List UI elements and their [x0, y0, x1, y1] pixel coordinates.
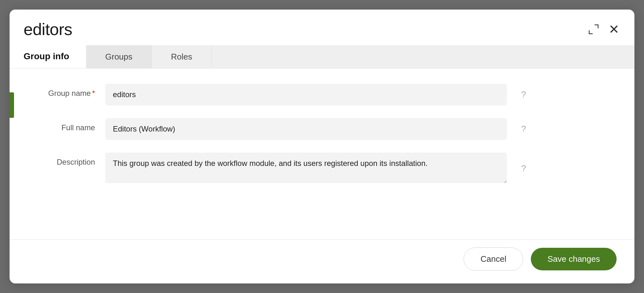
required-star: *	[92, 89, 95, 97]
full-name-input[interactable]	[105, 118, 507, 140]
form-group-group-name: Group name* ?	[35, 84, 609, 105]
modal-overlay: editors ✕ Group info Groups Roles	[6, 6, 638, 287]
modal-body: Group name* ? Full name ? Description	[10, 68, 634, 239]
modal-title: editors	[24, 20, 72, 39]
full-name-label: Full name	[35, 118, 105, 132]
modal-header: editors ✕	[10, 10, 634, 45]
description-textarea[interactable]: This group was created by the workflow m…	[105, 153, 507, 183]
group-name-input[interactable]	[105, 84, 507, 105]
tab-roles[interactable]: Roles	[152, 45, 211, 68]
form-group-description: Description This group was created by th…	[35, 153, 609, 184]
accent-bar	[10, 92, 14, 118]
group-name-label: Group name*	[35, 84, 105, 98]
tab-groups[interactable]: Groups	[86, 45, 152, 68]
form-group-full-name: Full name ?	[35, 118, 609, 140]
full-name-help-icon[interactable]: ?	[521, 124, 526, 134]
description-input-wrapper: This group was created by the workflow m…	[105, 153, 507, 184]
tabs-spacer	[212, 45, 634, 68]
full-name-input-wrapper: ?	[105, 118, 507, 140]
close-icon[interactable]: ✕	[608, 23, 620, 36]
expand-icon[interactable]	[587, 23, 600, 36]
group-name-input-wrapper: ?	[105, 84, 507, 105]
description-label: Description	[35, 153, 105, 167]
header-actions: ✕	[587, 23, 620, 36]
cancel-button[interactable]: Cancel	[464, 247, 523, 271]
save-changes-button[interactable]: Save changes	[531, 248, 617, 270]
tab-group-info[interactable]: Group info	[10, 45, 86, 68]
tabs-row: Group info Groups Roles	[10, 45, 634, 68]
description-help-icon[interactable]: ?	[521, 163, 526, 174]
group-name-help-icon[interactable]: ?	[521, 89, 526, 100]
modal-footer: Cancel Save changes	[10, 239, 634, 283]
modal-dialog: editors ✕ Group info Groups Roles	[10, 10, 634, 283]
